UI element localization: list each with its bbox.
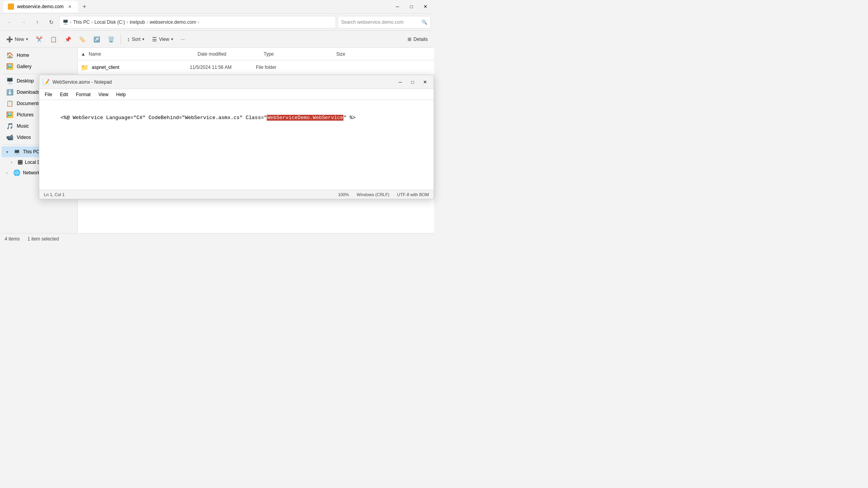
details-button[interactable]: ⊞ Details	[404, 35, 431, 44]
menu-help[interactable]: Help	[112, 90, 130, 99]
gallery-icon: 🖼️	[6, 63, 14, 70]
notepad-status: Ln 1, Col 1 100% Windows (CRLF) UTF-8 wi…	[39, 190, 434, 199]
status-bar: 4 items 1 item selected	[0, 233, 434, 244]
breadcrumb-localdisk[interactable]: Local Disk (C:)	[94, 19, 125, 25]
breadcrumb-thispc[interactable]: This PC	[73, 19, 90, 25]
menu-view[interactable]: View	[94, 90, 112, 99]
menu-file[interactable]: File	[41, 90, 56, 99]
sort-dropdown-icon: ▾	[142, 37, 144, 41]
sidebar-documents-label: Documents	[17, 101, 40, 106]
search-placeholder: Search webservice.demo.com	[341, 19, 404, 25]
desktop-icon: 🖥️	[6, 77, 14, 84]
file-list-header: ▲ Name Date modified Type Size	[78, 48, 434, 60]
menu-format[interactable]: Format	[72, 90, 94, 99]
delete-button[interactable]: 🗑️	[105, 33, 117, 46]
up-button[interactable]: ↑	[31, 16, 44, 28]
sort-button[interactable]: ↕️ Sort ▾	[124, 33, 147, 46]
toolbar: ➕ New ▾ ✂️ 📋 📌 🏷️ ↗️ 🗑️ ↕️ Sort ▾ ☰	[0, 31, 434, 48]
status-selected-count: 1 item selected	[28, 236, 59, 242]
copy-button[interactable]: 📋	[47, 33, 60, 46]
rename-button[interactable]: 🏷️	[76, 33, 89, 46]
thispc-icon: 💻	[13, 148, 21, 155]
view-button[interactable]: ☰ View ▾	[149, 33, 176, 46]
sidebar-home-label: Home	[17, 53, 29, 58]
search-icon[interactable]: 🔍	[422, 19, 427, 25]
forward-button[interactable]: →	[17, 16, 30, 28]
notepad-position: Ln 1, Col 1	[44, 192, 65, 197]
notepad-menu-bar: File Edit Format View Help	[39, 89, 434, 100]
downloads-icon: ⬇️	[6, 89, 14, 96]
rename-icon: 🏷️	[79, 36, 86, 42]
breadcrumb[interactable]: 🖥️ › This PC › Local Disk (C:) › inetpub…	[59, 16, 336, 28]
notepad-zoom: 100%	[338, 192, 349, 197]
cut-button[interactable]: ✂️	[33, 33, 46, 46]
close-button[interactable]: ✕	[420, 1, 431, 12]
more-button[interactable]: ···	[178, 33, 188, 46]
address-bar: ← → ↑ ↻ 🖥️ › This PC › Local Disk (C:) ›…	[0, 14, 434, 31]
column-size[interactable]: Size	[314, 51, 345, 57]
notepad-controls: ─ □ ✕	[395, 77, 430, 88]
new-dropdown-icon: ▾	[26, 37, 28, 41]
new-button[interactable]: ➕ New ▾	[3, 33, 31, 46]
refresh-button[interactable]: ↻	[45, 16, 58, 28]
tab-folder-icon	[8, 4, 14, 10]
column-type[interactable]: Type	[264, 51, 314, 57]
sort-label: Sort	[132, 37, 140, 42]
pictures-icon: 🖼️	[6, 111, 14, 118]
sidebar-network-label: Network	[23, 170, 40, 176]
notepad-window: 📝 WebService.asmx - Notepad ─ □ ✕ File E…	[39, 75, 434, 199]
sidebar-desktop-label: Desktop	[17, 78, 34, 84]
header-spacer: ▲	[81, 51, 89, 57]
column-date[interactable]: Date modified	[198, 51, 264, 57]
table-row[interactable]: 📁 aspnet_client 11/5/2024 11:56 AM File …	[78, 60, 434, 74]
network-icon: 🌐	[13, 169, 21, 176]
new-tab-button[interactable]: +	[79, 2, 89, 12]
status-item-count: 4 items	[5, 236, 20, 242]
breadcrumb-inetpub[interactable]: inetpub	[130, 19, 145, 25]
minimize-button[interactable]: ─	[392, 1, 403, 12]
file-type-aspnet: File folder	[256, 65, 306, 70]
code-part2: " %>	[343, 115, 355, 121]
code-highlighted: WebServiceDemo.WebService	[267, 115, 343, 121]
sidebar-item-gallery[interactable]: 🖼️ Gallery	[2, 61, 76, 72]
notepad-app-icon: 📝	[42, 79, 49, 86]
back-button[interactable]: ←	[3, 16, 16, 28]
tab-close-button[interactable]: ✕	[66, 4, 73, 10]
notepad-status-right: 100% Windows (CRLF) UTF-8 with BOM	[338, 192, 429, 197]
notepad-line-ending: Windows (CRLF)	[357, 192, 389, 197]
cut-icon: ✂️	[36, 36, 42, 42]
view-icon: ☰	[152, 36, 157, 42]
folder-icon-aspnet: 📁	[81, 64, 89, 71]
maximize-button[interactable]: □	[406, 1, 417, 12]
column-name[interactable]: Name	[89, 51, 198, 57]
notepad-title: WebService.asmx - Notepad	[52, 79, 395, 85]
documents-icon: 📋	[6, 100, 14, 107]
breadcrumb-sep1: ›	[70, 19, 72, 25]
paste-icon: 📌	[65, 36, 71, 42]
delete-icon: 🗑️	[108, 36, 114, 42]
col-size-label: Size	[336, 51, 345, 57]
menu-edit[interactable]: Edit	[56, 90, 72, 99]
sidebar-downloads-label: Downloads	[17, 90, 40, 95]
col-date-label: Date modified	[198, 51, 226, 57]
thispc-expand-arrow: ▾	[6, 150, 11, 154]
notepad-maximize-button[interactable]: □	[407, 77, 418, 88]
search-bar[interactable]: Search webservice.demo.com 🔍	[338, 16, 431, 28]
view-dropdown-icon: ▾	[171, 37, 173, 41]
notepad-content[interactable]: <%@ WebService Language="C#" CodeBehind=…	[39, 100, 434, 190]
notepad-minimize-button[interactable]: ─	[395, 77, 406, 88]
breadcrumb-webservice[interactable]: webservice.demo.com	[150, 19, 196, 25]
copy-icon: 📋	[50, 36, 57, 42]
computer-icon: 🖥️	[63, 19, 68, 25]
localdisk-icon: —	[18, 160, 23, 165]
paste-button[interactable]: 📌	[61, 33, 74, 46]
tab-webservice[interactable]: webservice.demo.com ✕	[3, 1, 78, 12]
share-button[interactable]: ↗️	[90, 33, 103, 46]
notepad-title-bar: 📝 WebService.asmx - Notepad ─ □ ✕	[39, 75, 434, 89]
share-icon: ↗️	[93, 36, 100, 42]
localdisk-expand-arrow: ›	[11, 160, 16, 165]
toolbar-separator	[121, 35, 121, 44]
notepad-close-button[interactable]: ✕	[420, 77, 430, 88]
videos-icon: 📹	[6, 134, 14, 141]
sidebar-item-home[interactable]: 🏠 Home	[2, 50, 76, 61]
